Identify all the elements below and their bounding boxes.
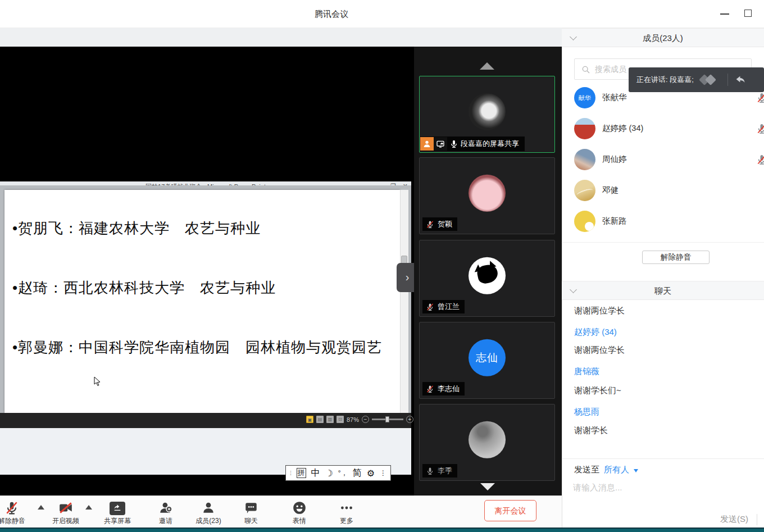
send-button[interactable]: 发送(S): [720, 514, 748, 525]
avatar: 献华: [574, 87, 595, 108]
member-name: 邓健: [602, 185, 619, 195]
mic-muted-icon: [756, 154, 764, 165]
avatar: [574, 118, 595, 139]
member-row[interactable]: 邓健: [574, 175, 764, 206]
ppt-zoom-out-icon[interactable]: −: [362, 416, 369, 423]
screen-share-badge-icon: [434, 137, 447, 151]
minimize-icon[interactable]: [720, 13, 729, 15]
members-header: 成员(23人): [562, 28, 764, 47]
chat-sender[interactable]: 赵婷婷 (34): [574, 327, 617, 338]
ime-settings-icon[interactable]: ⚙: [367, 468, 375, 479]
invite-icon: [146, 499, 185, 515]
video-options-icon[interactable]: [85, 505, 92, 510]
ppt-reading-view-icon[interactable]: ▥: [326, 416, 334, 423]
ime-punctuation-icon[interactable]: °，: [338, 469, 348, 478]
member-name: 张新路: [602, 216, 627, 226]
unmute-button[interactable]: 解除静音: [642, 251, 710, 264]
chevron-down-icon[interactable]: [634, 469, 638, 472]
avatar: [469, 257, 506, 294]
mic-options-icon[interactable]: [38, 505, 44, 510]
divider: [727, 74, 728, 86]
mic-muted-icon: [756, 123, 764, 134]
slide-bullet-2: •赵琦：西北农林科技大学 农艺与种业: [12, 278, 276, 298]
start-video-button[interactable]: 开启视频: [46, 499, 85, 526]
chat-message: 谢谢两位学长: [574, 306, 625, 316]
divider: [562, 242, 764, 243]
video-thumbnail-strip: 段嘉嘉的屏幕共享 贺颖 曾江兰 志仙 李志仙: [414, 47, 562, 495]
video-tile-sharing[interactable]: 段嘉嘉的屏幕共享: [419, 76, 555, 153]
ime-toolbar: ⁞ 拼 中 ☽ °， 简 ⚙ ⋮: [285, 465, 391, 481]
ime-moon-icon[interactable]: ☽: [325, 468, 333, 479]
emoji-button[interactable]: 表情: [280, 499, 319, 526]
member-row[interactable]: 赵婷婷 (34): [574, 113, 764, 144]
chat-message: 谢谢两位学长: [574, 345, 625, 356]
scroll-down-icon[interactable]: [480, 483, 495, 490]
ppt-zoom-slider[interactable]: [372, 419, 403, 420]
chat-input[interactable]: [573, 479, 742, 495]
avatar: [469, 174, 506, 211]
tile-name: 贺颖: [438, 219, 452, 229]
divider: [562, 458, 764, 459]
avatar: [574, 211, 595, 232]
chat-button[interactable]: 聊天: [231, 499, 271, 526]
tile-name: 李季: [438, 466, 452, 476]
mic-on-icon: [426, 467, 434, 475]
mouse-cursor: [93, 376, 101, 389]
taskbar-edge: [0, 528, 764, 532]
tile-label: 贺颖: [422, 217, 457, 231]
meeting-logo-icon: [697, 74, 722, 85]
send-to-label: 发送至: [574, 465, 599, 475]
unmute-toolbar-button[interactable]: 解除静音: [0, 499, 31, 526]
ppt-zoom-slider-thumb[interactable]: [385, 416, 389, 422]
ppt-sorter-view-icon[interactable]: ▤: [316, 416, 324, 423]
video-tile[interactable]: 李季: [419, 404, 555, 481]
video-tile[interactable]: 曾江兰: [419, 240, 555, 317]
ppt-normal-view-icon[interactable]: ▣: [306, 416, 313, 423]
member-row[interactable]: 周仙婷: [574, 144, 764, 175]
maximize-icon[interactable]: [744, 10, 752, 17]
ime-toolbox-icon[interactable]: ⋮: [380, 469, 386, 477]
reply-arrow-icon[interactable]: [734, 74, 746, 86]
more-button[interactable]: 更多: [327, 499, 366, 526]
ime-simplified-icon[interactable]: 简: [353, 467, 362, 479]
member-row[interactable]: 张新路: [574, 206, 764, 237]
chat-sender[interactable]: 唐锦薇: [574, 366, 599, 377]
share-info-bar: 01:13:54: [0, 28, 562, 47]
video-tile[interactable]: 贺颖: [419, 157, 555, 234]
invite-button[interactable]: 邀请: [146, 499, 185, 526]
scroll-up-icon[interactable]: [480, 62, 494, 70]
speaking-toast-text: 正在讲话: 段嘉嘉;: [636, 75, 694, 85]
speaking-toast: 正在讲话: 段嘉嘉;: [629, 67, 764, 92]
slide-bullet-1: •贺朋飞：福建农林大学 农艺与种业: [12, 219, 261, 238]
tile-name: 段嘉嘉的屏幕共享: [461, 139, 519, 149]
mic-muted-icon: [426, 220, 434, 229]
mic-muted-icon: [426, 303, 434, 311]
chat-sender[interactable]: 杨思雨: [574, 407, 599, 417]
chat-message: 谢谢学长: [574, 425, 608, 436]
member-icon: [189, 499, 228, 515]
tile-label: 李季: [422, 464, 457, 478]
more-dots-icon: [327, 499, 366, 515]
leave-meeting-button[interactable]: 离开会议: [484, 500, 536, 521]
tencent-meeting-window: 腾讯会议 01:13:54 园林17考研就业班会 - Microsoft Pow…: [0, 0, 764, 532]
slide-bullet-3: •郭曼娜：中国科学院华南植物园 园林植物与观赏园艺: [12, 338, 382, 357]
window-title: 腾讯会议: [281, 9, 382, 20]
mic-muted-icon: [0, 499, 31, 515]
chat-header: 聊天: [562, 281, 764, 300]
ppt-zoom-controls: ▣ ▤ ▥ ⊡ 87% − + ⛶: [306, 416, 424, 423]
avatar: [574, 180, 595, 201]
ime-grip[interactable]: ⁞: [290, 470, 292, 476]
mic-muted-icon: [426, 385, 434, 393]
share-screen-button[interactable]: 共享屏幕: [98, 499, 137, 526]
ppt-vertical-scrollbar[interactable]: [400, 190, 408, 413]
avatar: [469, 421, 506, 458]
ppt-slideshow-icon[interactable]: ⊡: [336, 416, 344, 423]
members-button[interactable]: 成员(23): [189, 499, 228, 526]
ppt-zoom-in-icon[interactable]: +: [406, 416, 413, 423]
video-tile[interactable]: 志仙 李志仙: [419, 322, 555, 399]
ime-chinese-mode-icon[interactable]: 中: [311, 467, 320, 479]
share-screen-icon: [98, 499, 137, 515]
avatar: [469, 93, 506, 130]
ime-pinyin-icon[interactable]: 拼: [297, 468, 306, 478]
send-to-selector[interactable]: 所有人: [604, 465, 629, 475]
